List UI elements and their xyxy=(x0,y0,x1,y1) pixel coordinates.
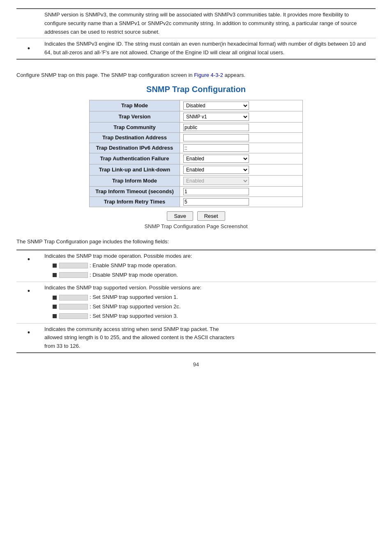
info-text: SNMP version is SNMPv3, the community st… xyxy=(41,9,376,38)
fields-content: Indicates the SNMP trap mode operation. … xyxy=(41,250,376,282)
config-value[interactable] xyxy=(180,132,303,143)
fields-line: allowed string length is 0 to 255, and t… xyxy=(44,333,372,342)
button-row: Save Reset xyxy=(16,211,376,221)
config-value[interactable] xyxy=(180,143,303,153)
config-label: Trap Authentication Failure xyxy=(90,153,180,164)
config-value: Enabled xyxy=(180,175,303,186)
reset-button[interactable]: Reset xyxy=(197,211,225,221)
bullet-icon: • xyxy=(28,44,30,53)
table-caption: SNMP Trap Configuration Page Screenshot xyxy=(16,223,376,229)
tag-placeholder xyxy=(59,272,88,278)
fields-line: Indicates the community access string wh… xyxy=(44,325,372,334)
fields-bullet-cell: • xyxy=(16,250,41,282)
config-input[interactable] xyxy=(183,188,249,195)
config-label: Trap Version xyxy=(90,111,180,122)
config-value[interactable]: Enabled xyxy=(180,164,303,175)
intro-paragraph: Configure SNMP trap on this page. The SN… xyxy=(16,72,376,78)
config-input[interactable] xyxy=(183,124,249,131)
config-row: Trap Inform Retry Times xyxy=(90,197,303,207)
fields-row: •Indicates the SNMP trap mode operation.… xyxy=(16,250,376,282)
page-number: 94 xyxy=(16,361,376,368)
config-value[interactable]: SNMP v1 xyxy=(180,111,303,122)
tag-placeholder xyxy=(59,295,88,301)
config-label: Trap Link-up and Link-down xyxy=(90,164,180,175)
fields-main-text: Indicates the SNMP trap supported versio… xyxy=(44,284,372,292)
fields-main-text: Indicates the SNMP trap mode operation. … xyxy=(44,252,372,261)
bullet-cell xyxy=(16,9,41,38)
sub-item: : Set SNMP trap supported version 3. xyxy=(53,312,372,321)
config-row: Trap Inform Timeout (seconds) xyxy=(90,186,303,197)
fields-row: •Indicates the community access string w… xyxy=(16,323,376,353)
fields-content: Indicates the community access string wh… xyxy=(41,323,376,353)
top-info-table: SNMP version is SNMPv3, the community st… xyxy=(16,8,376,60)
config-value[interactable]: Enabled xyxy=(180,153,303,164)
fields-line: from 33 to 126. xyxy=(44,342,372,351)
config-input[interactable] xyxy=(183,134,249,141)
config-row: Trap Authentication FailureEnabled xyxy=(90,153,303,164)
config-row: Trap VersionSNMP v1 xyxy=(90,111,303,122)
info-text: Indicates the SNMPv3 engine ID. The stri… xyxy=(41,38,376,59)
config-row: Trap Inform ModeEnabled xyxy=(90,175,303,186)
config-row: Trap Link-up and Link-downEnabled xyxy=(90,164,303,175)
fields-content: Indicates the SNMP trap supported versio… xyxy=(41,282,376,323)
sub-item: : Set SNMP trap supported version 2c. xyxy=(53,303,372,311)
bullet-cell: • xyxy=(16,38,41,59)
config-select: Enabled xyxy=(183,177,249,185)
config-table: Trap ModeDisabledTrap VersionSNMP v1Trap… xyxy=(89,100,303,207)
config-select[interactable]: Enabled xyxy=(183,166,249,174)
square-bullet-icon xyxy=(53,314,57,318)
tag-placeholder xyxy=(59,263,88,268)
config-select[interactable]: Enabled xyxy=(183,155,249,163)
intro-text2: appears. xyxy=(223,72,245,78)
tag-placeholder xyxy=(59,313,88,319)
config-label: Trap Inform Retry Times xyxy=(90,197,180,207)
sub-item: : Enable SNMP trap mode operation. xyxy=(53,261,372,270)
section-title: SNMP Trap Configuration xyxy=(16,85,376,94)
square-bullet-icon xyxy=(53,305,57,309)
bullet-icon: • xyxy=(28,328,30,337)
config-select[interactable]: SNMP v1 xyxy=(183,113,249,121)
fields-row: •Indicates the SNMP trap supported versi… xyxy=(16,282,376,323)
config-value[interactable] xyxy=(180,122,303,132)
sub-item: : Set SNMP trap supported version 1. xyxy=(53,293,372,302)
fields-bullet-cell: • xyxy=(16,323,41,353)
config-row: Trap Destination Address xyxy=(90,132,303,143)
config-value[interactable] xyxy=(180,186,303,197)
save-button[interactable]: Save xyxy=(167,211,193,221)
config-label: Trap Community xyxy=(90,122,180,132)
table-row: • Indicates the SNMPv3 engine ID. The st… xyxy=(16,38,376,59)
sub-item: : Disable SNMP trap mode operation. xyxy=(53,271,372,280)
config-select[interactable]: Disabled xyxy=(183,102,249,110)
intro-text: Configure SNMP trap on this page. The SN… xyxy=(16,72,194,78)
table-row: SNMP version is SNMPv3, the community st… xyxy=(16,9,376,38)
fields-intro: The SNMP Trap Configuration page include… xyxy=(16,238,376,245)
config-label: Trap Inform Mode xyxy=(90,175,180,186)
config-label: Trap Inform Timeout (seconds) xyxy=(90,186,180,197)
square-bullet-icon xyxy=(53,296,57,300)
config-row: Trap Community xyxy=(90,122,303,132)
bullet-icon: • xyxy=(28,255,30,264)
config-row: Trap ModeDisabled xyxy=(90,100,303,111)
config-value[interactable] xyxy=(180,197,303,207)
config-label: Trap Destination IPv6 Address xyxy=(90,143,180,153)
square-bullet-icon xyxy=(53,264,57,268)
figure-link[interactable]: Figure 4-3-2 xyxy=(194,72,223,78)
fields-bullet-cell: • xyxy=(16,282,41,323)
bullet-icon: • xyxy=(28,287,30,295)
config-input[interactable] xyxy=(183,198,249,206)
config-label: Trap Mode xyxy=(90,100,180,111)
fields-table: •Indicates the SNMP trap mode operation.… xyxy=(16,250,376,353)
square-bullet-icon xyxy=(53,273,57,277)
config-row: Trap Destination IPv6 Address xyxy=(90,143,303,153)
tag-placeholder xyxy=(59,304,88,310)
config-input[interactable] xyxy=(183,144,249,152)
config-label: Trap Destination Address xyxy=(90,132,180,143)
config-value[interactable]: Disabled xyxy=(180,100,303,111)
